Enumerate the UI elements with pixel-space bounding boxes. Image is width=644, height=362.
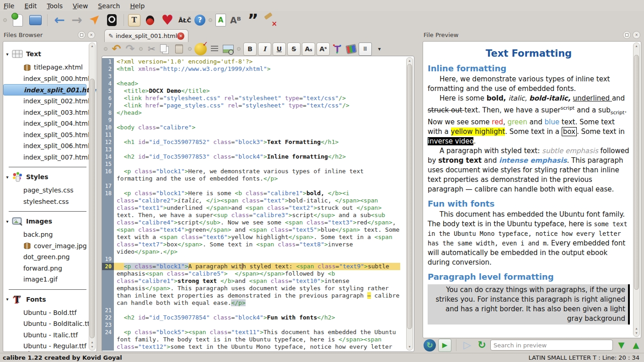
case-change-icon[interactable]: Aᴮ xyxy=(228,12,243,28)
code-text[interactable] xyxy=(114,321,400,329)
refresh-preview-icon[interactable]: ↻ xyxy=(424,339,436,351)
edit-text-icon[interactable]: T xyxy=(128,14,140,27)
file-item-index_split_001.html[interactable]: index_split_001.html xyxy=(3,84,86,96)
background-color-icon[interactable] xyxy=(345,43,357,55)
sync-position-icon[interactable]: ▷ xyxy=(461,339,473,351)
bold-icon[interactable]: B xyxy=(243,43,257,56)
section-text[interactable]: ▾Text xyxy=(3,47,97,61)
code-text[interactable] xyxy=(114,146,400,153)
code-text[interactable]: <link href="page_styles.css" rel="styles… xyxy=(114,102,400,109)
code-text[interactable]: </head> xyxy=(114,109,400,117)
code-text[interactable]: <link href="stylesheet.css" rel="stylesh… xyxy=(114,95,400,102)
chevron-down-icon[interactable]: ▾ xyxy=(3,52,11,57)
color-text-icon[interactable]: T xyxy=(331,43,343,55)
file-item-index_split_004.html[interactable]: index_split_004.html xyxy=(3,118,97,129)
jog-icon[interactable] xyxy=(104,12,119,28)
caret-down-icon[interactable]: ▾ xyxy=(373,43,386,55)
cut-icon[interactable]: ✂ xyxy=(145,43,158,55)
run-preview-icon[interactable]: ▶ xyxy=(438,339,451,352)
insert-image-icon[interactable] xyxy=(222,43,234,55)
beautify-file-icon[interactable]: A xyxy=(215,14,226,27)
files-scrollbar[interactable]: ▴ ▴ ▾ xyxy=(89,43,96,351)
scroll-up-icon[interactable]: ▴ xyxy=(633,44,639,48)
file-item-Ubuntu - BoldItalic.ttf[interactable]: Ubuntu - BoldItalic.ttf xyxy=(3,318,97,330)
menu-file[interactable]: File xyxy=(4,2,14,10)
float-panel-icon[interactable] xyxy=(78,31,86,39)
file-item-titlepage.xhtml[interactable]: titlepage.xhtml xyxy=(3,62,97,73)
file-item-page_styles.css[interactable]: page_styles.css xyxy=(3,185,97,196)
section-fonts[interactable]: ▾TFonts xyxy=(3,293,97,306)
code-text[interactable]: <p class="block5"><span class="text11">T… xyxy=(114,329,400,351)
file-item-index_split_000.html[interactable]: index_split_000.html xyxy=(3,73,97,85)
file-item-index_split_002.html[interactable]: index_split_002.html xyxy=(3,96,97,107)
file-item-Ubuntu - Italic.ttf[interactable]: Ubuntu - Italic.ttf xyxy=(3,330,97,341)
file-item-forward.png[interactable]: forward.png xyxy=(3,263,97,274)
forward-icon[interactable]: → xyxy=(69,12,85,28)
reload-preview-icon[interactable]: ↻ xyxy=(476,339,488,351)
section-styles[interactable]: ▾Styles xyxy=(3,170,97,184)
code-text[interactable]: <title>DOCX Demo</title> xyxy=(114,87,400,95)
code-text[interactable]: <h2 id="id_Toc359077853" class="block4">… xyxy=(114,153,400,160)
menu-tools[interactable]: Tools xyxy=(47,2,63,10)
new-file-icon[interactable] xyxy=(10,12,26,28)
scroll-up-icon[interactable]: ▴ xyxy=(407,59,413,63)
search-in-preview-input[interactable] xyxy=(490,340,613,351)
code-text[interactable] xyxy=(114,131,400,138)
code-text[interactable]: <h1 id="id_Toc359077852" class="block3">… xyxy=(114,138,400,146)
code-text[interactable] xyxy=(114,256,400,263)
scroll-down-icon[interactable]: ▾ xyxy=(89,345,95,349)
code-text[interactable]: <?xml version='1.0' encoding='utf-8'?> xyxy=(114,58,400,65)
code-text[interactable]: <p class="block1">Here is some <b class=… xyxy=(114,190,400,256)
justify-icon[interactable] xyxy=(208,43,220,55)
help-icon[interactable]: ? xyxy=(194,15,205,26)
paste-icon[interactable] xyxy=(173,43,185,55)
file-item-index_split_005.html[interactable]: index_split_005.html xyxy=(3,129,97,141)
chevron-down-icon[interactable]: ▾ xyxy=(3,219,11,224)
editor-scrollbar[interactable]: ▴ ▾ xyxy=(406,57,413,351)
chevron-down-icon[interactable]: ▾ xyxy=(3,297,11,302)
close-tab-icon[interactable]: ✕ xyxy=(177,32,184,40)
smarten-punctuation-icon[interactable]: ” xyxy=(245,12,261,28)
file-item-Ubuntu - Bold.ttf[interactable]: Ubuntu - Bold.ttf xyxy=(3,307,97,319)
save-icon[interactable] xyxy=(27,12,43,28)
code-text[interactable] xyxy=(114,307,400,314)
file-item-cover_image.jpg[interactable]: cover_image.jpg xyxy=(3,240,97,252)
close-panel-icon[interactable]: ✕ xyxy=(633,31,640,39)
redo-icon[interactable]: ↷ xyxy=(124,43,136,55)
code-editor[interactable]: 1<?xml version='1.0' encoding='utf-8'?>2… xyxy=(102,56,414,352)
scroll-up-icon[interactable]: ▴ xyxy=(633,326,639,331)
scroll-down-icon[interactable]: ▾ xyxy=(633,331,639,335)
subscript-icon[interactable]: Aₛ xyxy=(302,43,315,56)
underline-icon[interactable]: U xyxy=(273,43,286,56)
insert-tag-icon[interactable]: Ⅲ xyxy=(359,43,372,56)
file-item-back.png[interactable]: back.png xyxy=(3,229,97,240)
scroll-up-icon[interactable]: ▴ xyxy=(89,340,95,345)
donate-icon[interactable]: ♥ xyxy=(160,12,175,28)
chevron-down-icon[interactable]: ▾ xyxy=(3,175,11,180)
code-text[interactable] xyxy=(114,73,400,80)
section-images[interactable]: ▾Images xyxy=(3,214,97,228)
pointer-icon[interactable] xyxy=(86,12,102,28)
find-previous-icon[interactable]: ▲ xyxy=(630,339,642,351)
preview-scroll-thumb[interactable] xyxy=(634,55,639,290)
spell-check-icon[interactable]: ÅŁČ xyxy=(177,12,193,28)
code-text[interactable]: <p class="block1">A paragraph with style… xyxy=(114,263,400,307)
code-text[interactable]: <body class="calibre"> xyxy=(114,124,400,131)
file-item-index_split_003.html[interactable]: index_split_003.html xyxy=(3,107,97,118)
close-panel-icon[interactable]: ✕ xyxy=(87,31,95,39)
back-icon[interactable]: ← xyxy=(52,12,67,28)
menu-edit[interactable]: Edit xyxy=(24,2,37,10)
file-item-Ubuntu Mon...egular.ttf[interactable]: Ubuntu Mon...egular.ttf xyxy=(3,352,97,352)
code-text[interactable]: <html xmlns="http://www.w3.org/1999/xhtm… xyxy=(114,65,400,73)
superscript-icon[interactable]: Aˢ xyxy=(317,43,330,56)
code-text[interactable]: <head> xyxy=(114,80,400,87)
scroll-down-icon[interactable]: ▾ xyxy=(407,345,413,349)
code-text[interactable] xyxy=(114,117,400,124)
check-html-icon[interactable]: ✓ xyxy=(194,43,207,55)
file-item-index_split_006.html[interactable]: index_split_006.html xyxy=(3,140,97,152)
code-text[interactable] xyxy=(114,182,400,190)
italic-icon[interactable]: I xyxy=(258,43,271,56)
copy-icon[interactable] xyxy=(159,43,172,55)
file-item-stylesheet.css[interactable]: stylesheet.css xyxy=(3,196,97,208)
file-item-index_split_007.html[interactable]: index_split_007.html xyxy=(3,152,97,163)
